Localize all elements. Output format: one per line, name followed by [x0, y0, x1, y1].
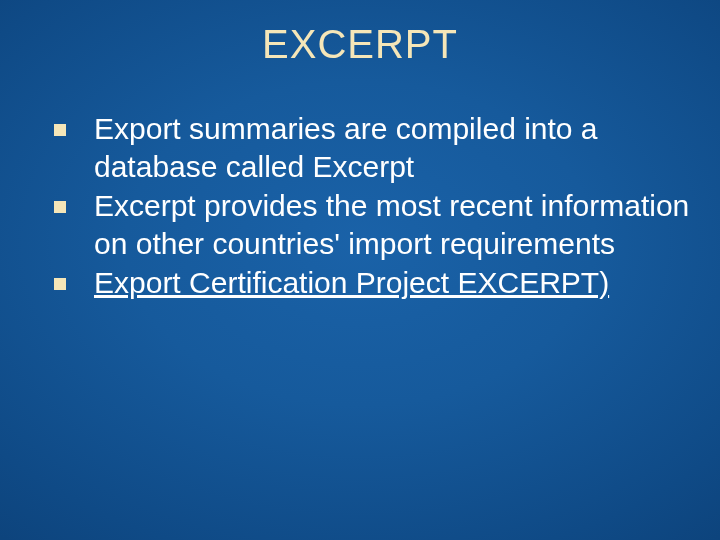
list-item: Export Certification Project EXCERPT) [54, 264, 698, 302]
bullet-text[interactable]: Export Certification Project EXCERPT) [94, 264, 609, 302]
square-bullet-icon [54, 124, 66, 136]
bullet-text: Export summaries are compiled into a dat… [94, 110, 698, 185]
list-item: Export summaries are compiled into a dat… [54, 110, 698, 185]
square-bullet-icon [54, 201, 66, 213]
list-item: Excerpt provides the most recent informa… [54, 187, 698, 262]
slide: EXCERPT Export summaries are compiled in… [0, 0, 720, 540]
slide-title: EXCERPT [0, 22, 720, 67]
square-bullet-icon [54, 278, 66, 290]
hyperlink[interactable]: Export Certification Project EXCERPT) [94, 266, 609, 299]
slide-body: Export summaries are compiled into a dat… [54, 110, 698, 304]
bullet-text: Excerpt provides the most recent informa… [94, 187, 698, 262]
